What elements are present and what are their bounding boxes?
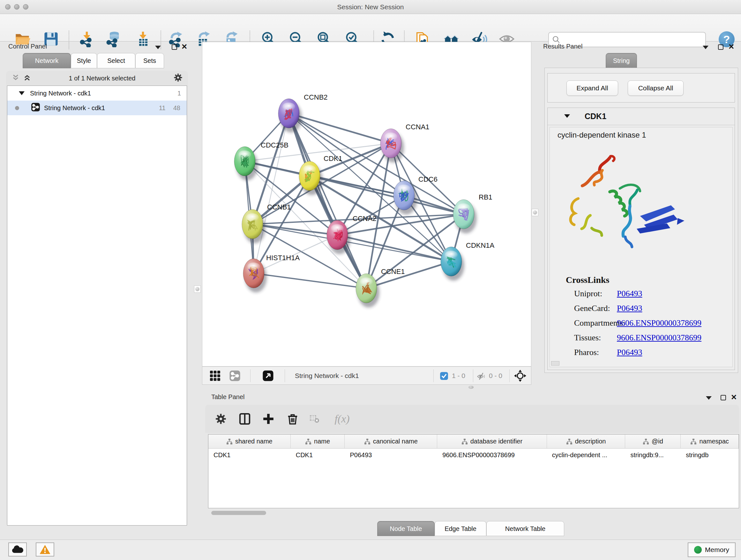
crosslink-row: Pharos:P06493	[550, 348, 732, 362]
network-node[interactable]: RB1	[453, 193, 492, 233]
network-edge-count: 48	[173, 105, 180, 112]
open-in-window-button[interactable]	[262, 370, 274, 383]
gene-description: cyclin-dependent kinase 1	[557, 131, 646, 139]
network-graph[interactable]: CCNB2CCNA1CDC25BCDK1CDC6RB1CCNB1CCNA2CDK…	[202, 42, 531, 367]
string-view-button[interactable]	[229, 370, 241, 383]
create-column-button[interactable]	[261, 411, 276, 427]
network-collection-row[interactable]: String Network - cdk1 1	[7, 86, 187, 101]
table-row[interactable]: CDK1CDK1P064939606.ENSP00000378699cyclin…	[208, 449, 739, 462]
table-panel-close-icon[interactable]: ✕	[731, 395, 737, 400]
table-cell[interactable]: cyclin-dependent ...	[547, 449, 625, 462]
network-node[interactable]: CDKN1A	[441, 241, 495, 281]
gene-entry-box: CDK1 cyclin-dependent kinase 1	[547, 108, 735, 370]
gene-name: CDK1	[585, 112, 606, 121]
column-type-icon	[364, 438, 370, 445]
tab-node-table[interactable]: Node Table	[377, 521, 434, 536]
expand-all-chevron-icon[interactable]	[23, 74, 31, 83]
column-header[interactable]: @id	[625, 435, 681, 448]
collapse-all-button[interactable]: Collapse All	[628, 80, 684, 96]
selected-checkbox[interactable]	[440, 372, 448, 381]
center-view-button[interactable]	[514, 369, 527, 383]
column-header[interactable]: canonical name	[345, 435, 437, 448]
network-node-label: HIST1H1A	[266, 254, 300, 262]
expand-all-button[interactable]: Expand All	[566, 80, 618, 96]
hidden-toggle[interactable]	[477, 371, 486, 382]
network-node-label: CDKN1A	[466, 241, 495, 249]
collection-expand-caret-icon[interactable]	[19, 91, 24, 95]
right-splitter-handle[interactable]	[532, 209, 538, 216]
network-node[interactable]: HIST1H1A	[243, 254, 300, 293]
control-panel-close-icon[interactable]: ✕	[181, 44, 187, 50]
diagonal-arrow-icon	[262, 370, 274, 381]
crosslink-link[interactable]: 9606.ENSP00000378699	[617, 333, 701, 343]
column-type-icon	[461, 438, 468, 445]
left-splitter-handle[interactable]	[194, 286, 201, 293]
bottom-splitter-handle[interactable]	[468, 386, 474, 389]
delete-table-button[interactable]	[307, 411, 322, 427]
column-header[interactable]: namespac	[681, 435, 739, 448]
table-header-row: shared namenamecanonical namedatabase id…	[208, 435, 739, 449]
collapse-all-chevron-icon[interactable]	[12, 74, 19, 83]
column-header[interactable]: database identifier	[437, 435, 547, 448]
function-builder-button[interactable]: f(x)	[330, 411, 354, 427]
tab-network[interactable]: Network	[23, 53, 71, 68]
column-header[interactable]: name	[291, 435, 345, 448]
table-cell[interactable]: CDK1	[208, 449, 291, 462]
network-node[interactable]: CCNE1	[356, 267, 405, 307]
column-header[interactable]: shared name	[208, 435, 291, 448]
results-panel-close-icon[interactable]: ✕	[728, 44, 734, 50]
column-header[interactable]: description	[547, 435, 625, 448]
tab-sets[interactable]: Sets	[135, 53, 164, 68]
cloud-status-button[interactable]	[8, 543, 27, 557]
table-cell[interactable]: P06493	[345, 449, 437, 462]
tab-network-table[interactable]: Network Table	[486, 521, 564, 536]
crosslink-link[interactable]: P06493	[617, 304, 642, 313]
crosslink-link[interactable]: P06493	[617, 348, 642, 357]
show-columns-button[interactable]	[237, 411, 253, 427]
crosslink-link[interactable]: 9606.ENSP00000378699	[617, 318, 701, 328]
import-table-file-button[interactable]	[134, 30, 152, 48]
crosslink-label: GeneCard:	[574, 304, 610, 313]
network-options-gear-icon[interactable]	[173, 73, 183, 84]
network-row-selected[interactable]: String Network - cdk1 11 48	[7, 101, 187, 115]
tab-style[interactable]: Style	[71, 53, 97, 68]
table-body: CDK1CDK1P064939606.ENSP00000378699cyclin…	[208, 449, 739, 462]
control-panel-float-icon[interactable]	[155, 46, 161, 49]
results-scroll-nub[interactable]	[551, 361, 559, 366]
import-network-file-button[interactable]	[78, 30, 96, 48]
gene-entry-header[interactable]: CDK1	[548, 108, 735, 125]
gene-collapse-caret-icon[interactable]	[564, 114, 570, 118]
birdseye-grid-button[interactable]	[209, 370, 221, 383]
warnings-button[interactable]	[36, 543, 54, 557]
control-panel-maximize-icon[interactable]	[172, 44, 177, 50]
fx-icon: f(x)	[334, 413, 349, 425]
table-panel-maximize-icon[interactable]	[721, 395, 726, 400]
table-hscrollbar-thumb[interactable]	[211, 511, 266, 515]
memory-button[interactable]: Memory	[688, 543, 736, 557]
network-canvas[interactable]: CCNB2CCNA1CDC25BCDK1CDC6RB1CCNB1CCNA2CDK…	[202, 42, 531, 367]
node-table: shared namenamecanonical namedatabase id…	[208, 434, 739, 508]
results-panel-maximize-icon[interactable]	[718, 44, 724, 50]
memory-label: Memory	[705, 546, 729, 554]
plus-icon	[262, 413, 274, 425]
tab-string[interactable]: String	[606, 53, 637, 68]
network-node-label: CCNA1	[406, 123, 429, 131]
collection-label: String Network - cdk1	[30, 90, 91, 97]
toolbar-separator	[69, 30, 69, 49]
tab-select[interactable]: Select	[97, 53, 135, 68]
string-network-badge-icon	[31, 103, 40, 113]
network-edge	[289, 113, 391, 143]
table-cell[interactable]: CDK1	[291, 449, 345, 462]
table-cell[interactable]: stringdb	[681, 449, 739, 462]
table-panel-float-icon[interactable]	[706, 396, 712, 400]
table-cell[interactable]: 9606.ENSP00000378699	[437, 449, 547, 462]
table-panel-title: Table Panel	[211, 393, 245, 401]
crosslink-link[interactable]: P06493	[617, 289, 642, 299]
crosslink-row: Compartments:9606.ENSP00000378699	[550, 318, 732, 333]
table-options-button[interactable]	[213, 411, 228, 427]
table-cell[interactable]: stringdb:9...	[625, 449, 681, 462]
delete-column-button[interactable]	[285, 411, 300, 427]
import-network-database-button[interactable]	[105, 30, 123, 48]
results-panel-float-icon[interactable]	[703, 46, 709, 49]
tab-edge-table[interactable]: Edge Table	[434, 521, 486, 536]
